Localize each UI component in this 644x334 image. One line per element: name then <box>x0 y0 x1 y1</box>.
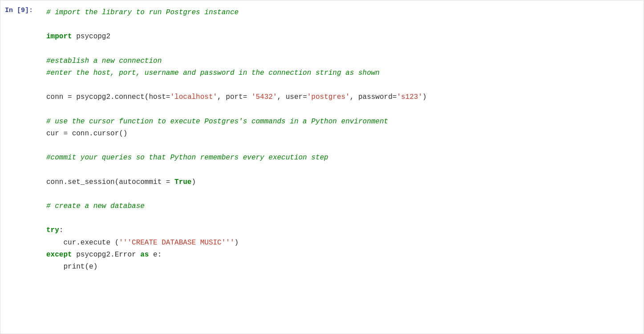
normal-token: cur.execute ( <box>46 239 119 247</box>
keyword-token: import <box>46 33 72 41</box>
code-line: import psycopg2 <box>46 31 635 43</box>
normal-token: , user= <box>277 93 307 101</box>
code-line: print(e) <box>46 261 635 273</box>
code-line: cur = conn.cursor() <box>46 128 635 140</box>
code-line: conn = psycopg2.connect(host='localhost'… <box>46 91 635 103</box>
cell-label: In [9]: <box>0 0 37 334</box>
blank-line <box>46 43 635 55</box>
keyword-token: except <box>46 251 72 259</box>
true-keyword-token: True <box>174 178 191 186</box>
keyword-token: as <box>140 251 149 259</box>
string-token: 's123' <box>397 93 422 101</box>
code-line: except psycopg2.Error as e: <box>46 249 635 261</box>
cell-content[interactable]: # import the library to run Postgres ins… <box>37 0 644 334</box>
keyword-token: try <box>46 226 59 234</box>
normal-token: print(e) <box>46 263 97 271</box>
comment-line: # import the library to run Postgres ins… <box>46 7 635 19</box>
comment-line: #commit your queries so that Python reme… <box>46 152 635 164</box>
string-token: '5432' <box>251 93 277 101</box>
normal-token: ) <box>235 239 239 247</box>
blank-line <box>46 188 635 200</box>
normal-token: , password= <box>350 93 397 101</box>
blank-line <box>46 212 635 224</box>
blank-line <box>46 104 635 116</box>
comment-line: # use the cursor function to execute Pos… <box>46 116 635 128</box>
comment-line: #enter the host, port, username and pass… <box>46 67 635 79</box>
code-line: try: <box>46 224 635 236</box>
normal-token: psycopg2 <box>72 33 110 41</box>
string-token: 'postgres' <box>307 93 350 101</box>
string-token: '''CREATE DATABASE MUSIC''' <box>119 239 234 247</box>
normal-token: conn = psycopg2.connect(host= <box>46 93 170 101</box>
normal-token: : <box>59 226 64 234</box>
code-line: cur.execute ('''CREATE DATABASE MUSIC'''… <box>46 237 635 249</box>
normal-token: conn.set_session(autocommit = <box>46 178 174 186</box>
comment-line: #establish a new connection <box>46 55 635 67</box>
blank-line <box>46 140 635 152</box>
normal-token: e: <box>149 251 162 259</box>
normal-token: ) <box>422 93 427 101</box>
normal-token: cur = conn.cursor() <box>46 130 127 138</box>
code-line: conn.set_session(autocommit = True) <box>46 176 635 188</box>
blank-line <box>46 164 635 176</box>
notebook-cell: In [9]: # import the library to run Post… <box>0 0 644 334</box>
blank-line <box>46 19 635 31</box>
normal-token: ) <box>191 178 196 186</box>
normal-token: , port= <box>217 93 251 101</box>
string-token: 'localhost' <box>170 93 217 101</box>
comment-line: # create a new database <box>46 200 635 212</box>
normal-token: psycopg2.Error <box>72 251 141 259</box>
blank-line <box>46 79 635 91</box>
